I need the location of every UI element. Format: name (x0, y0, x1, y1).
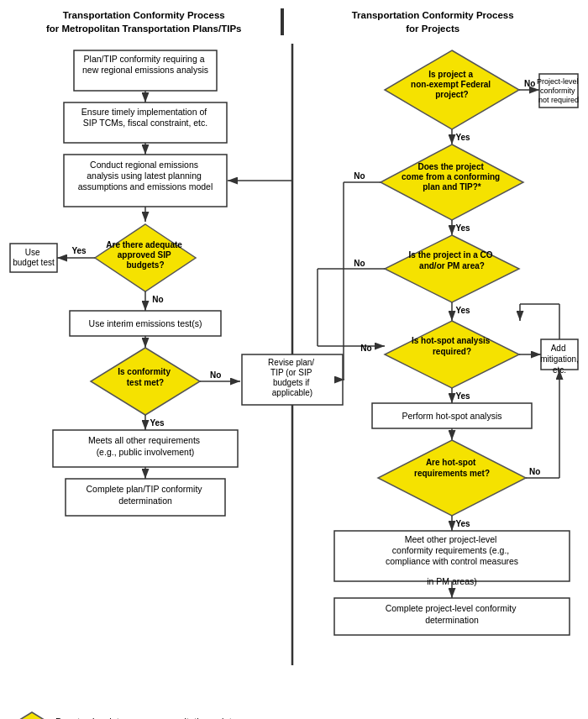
yes-r1: Yes (455, 133, 470, 142)
flowchart: Plan/TIP conformity requiring a new regi… (7, 44, 581, 719)
meet-requirements-text: Meet other project-level conformity requ… (386, 534, 518, 566)
yes-r2: Yes (455, 223, 470, 233)
right-title-line1: Transportation Conformity Process (352, 10, 514, 20)
left-box1-text: Plan/TIP conformity requiring a new regi… (82, 54, 208, 75)
left-title-line2: for Metropolitan Transportation Plans/TI… (46, 24, 242, 34)
no-r4: No (360, 344, 371, 353)
no-conformity-text: Project-level conformity not required (537, 77, 580, 104)
center-revise-text: Revise plan/ TIP (or SIP budgets if appl… (268, 358, 317, 397)
hotspot-text: Perform hot-spot analysis (402, 411, 501, 421)
right-title-line2: for Projects (406, 24, 459, 34)
no-r5: No (529, 467, 540, 476)
svg-marker-34 (17, 712, 47, 719)
column-headers: Transportation Conformity Process for Me… (7, 8, 581, 35)
yes-r3: Yes (455, 306, 470, 315)
yes-label-left: Yes (71, 246, 87, 255)
left-title-line1: Transportation Conformity Process (63, 10, 225, 20)
diagram-container: Transportation Conformity Process for Me… (0, 0, 588, 719)
left-box2-text: Ensure timely implementation of SIP TCMs… (81, 107, 209, 128)
no-r3: No (354, 259, 365, 268)
no-r1: No (524, 79, 535, 88)
yes-r4: Yes (455, 391, 470, 401)
yes-label-d2: Yes (150, 418, 165, 428)
legend: Denotes key interagency consultation poi… (7, 711, 581, 719)
left-column-header: Transportation Conformity Process for Me… (7, 8, 281, 35)
yes-r5: Yes (455, 519, 470, 528)
left-box4-text: Use interim emissions test(s) (89, 318, 202, 328)
no-r2: No (354, 171, 365, 181)
no-label-d1: No (152, 295, 163, 304)
left-box3-text: Conduct regional emissions analysis usin… (78, 160, 213, 192)
no-label-d2: No (210, 370, 221, 380)
right-column-header: Transportation Conformity Process for Pr… (284, 8, 581, 35)
right-diamond5 (378, 440, 526, 516)
